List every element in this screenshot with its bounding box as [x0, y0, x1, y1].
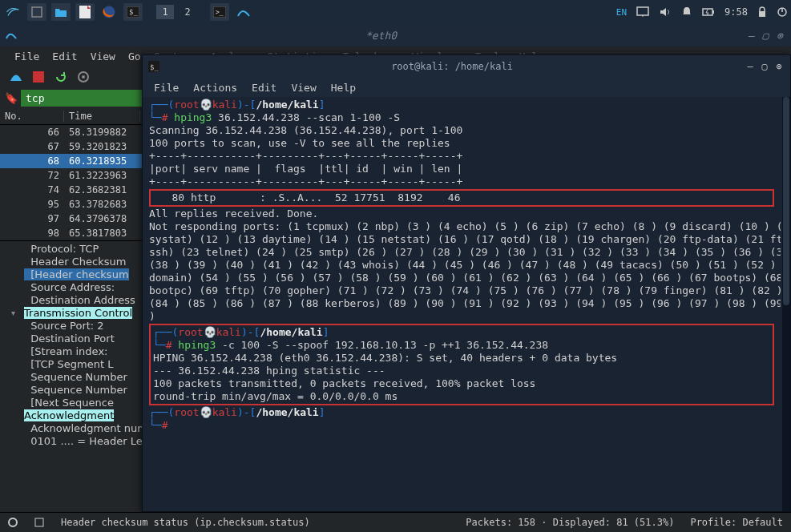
- kali-logo-icon[interactable]: [3, 3, 22, 21]
- svg-rect-10: [712, 10, 714, 14]
- text-editor-icon[interactable]: [75, 3, 95, 21]
- wireshark-titlebar[interactable]: *eth0 — ▢ ⊗: [0, 24, 791, 46]
- packets-count: Packets: 158 · Displayed: 81 (51.3%): [466, 517, 674, 528]
- shark-fin-icon[interactable]: [6, 67, 26, 87]
- keyboard-lang[interactable]: EN: [616, 7, 627, 18]
- col-no[interactable]: No.: [0, 111, 64, 122]
- menu-file[interactable]: File: [14, 50, 39, 62]
- col-time[interactable]: Time: [64, 111, 140, 122]
- terminal-window: $_ root@kali: /home/kali — ▢ ⊗ File Acti…: [142, 54, 791, 512]
- wireshark-app-icon: [5, 29, 18, 42]
- wireshark-title: *eth0: [22, 30, 740, 42]
- close-icon[interactable]: ⊗: [773, 29, 786, 42]
- file-manager-icon[interactable]: [51, 3, 71, 21]
- terminal-title: root@kali: /home/kali: [165, 61, 739, 72]
- term-menu-help[interactable]: Help: [331, 82, 356, 94]
- term-menu-file[interactable]: File: [154, 82, 179, 94]
- status-note-icon[interactable]: [34, 517, 45, 528]
- system-topbar: $_ 1 2 >_ EN 9:58: [0, 0, 791, 24]
- minimize-icon[interactable]: —: [745, 29, 757, 42]
- terminal-titlebar[interactable]: $_ root@kali: /home/kali — ▢ ⊗: [143, 55, 790, 78]
- svg-rect-0: [32, 7, 42, 17]
- capture-options-icon[interactable]: [74, 67, 93, 87]
- svg-rect-11: [759, 11, 765, 17]
- term-menu-actions[interactable]: Actions: [193, 82, 237, 94]
- term-menu-edit[interactable]: Edit: [252, 82, 276, 94]
- svg-text:>_: >_: [216, 9, 224, 16]
- terminal-scrollbar[interactable]: [782, 97, 790, 511]
- workspace-2[interactable]: 2: [179, 5, 196, 19]
- volume-icon[interactable]: [659, 6, 672, 18]
- lock-icon[interactable]: [757, 6, 767, 18]
- status-text: Header checksum status (ip.checksum.stat…: [61, 517, 310, 528]
- battery-icon[interactable]: [702, 7, 715, 17]
- svg-rect-14: [33, 71, 44, 83]
- profile-label[interactable]: Profile: Default: [690, 517, 783, 528]
- menu-view[interactable]: View: [91, 50, 115, 62]
- svg-text:$_: $_: [129, 8, 138, 16]
- display-icon[interactable]: [636, 6, 649, 18]
- notification-bell-icon[interactable]: [681, 6, 692, 18]
- stop-capture-icon[interactable]: [29, 67, 48, 87]
- menu-go[interactable]: Go: [128, 50, 141, 62]
- svg-rect-7: [637, 7, 648, 15]
- term-menu-view[interactable]: View: [291, 82, 316, 94]
- menu-edit[interactable]: Edit: [52, 50, 77, 62]
- restart-capture-icon[interactable]: [51, 67, 71, 87]
- minimize-icon[interactable]: —: [744, 60, 757, 73]
- terminal-output[interactable]: ┌──(root💀kali)-[/home/kali]└─# hping3 36…: [143, 97, 781, 511]
- terminal-menubar: File Actions Edit View Help: [143, 78, 790, 97]
- close-icon[interactable]: ⊗: [773, 60, 785, 73]
- taskbar-app-icon[interactable]: [27, 3, 46, 21]
- expert-info-icon[interactable]: [8, 518, 18, 527]
- bookmark-icon[interactable]: 🔖: [5, 92, 21, 104]
- power-icon[interactable]: [777, 6, 788, 18]
- clock[interactable]: 9:58: [724, 6, 748, 18]
- maximize-icon[interactable]: ▢: [758, 60, 771, 73]
- terminal-app-icon: $_: [147, 60, 160, 73]
- svg-text:$_: $_: [150, 63, 159, 71]
- terminal-icon[interactable]: $_: [123, 3, 143, 21]
- maximize-icon[interactable]: ▢: [759, 29, 772, 42]
- svg-point-16: [82, 75, 85, 79]
- taskbar-terminal-running-icon[interactable]: >_: [210, 3, 229, 21]
- wireshark-running-icon[interactable]: [234, 3, 253, 21]
- svg-rect-19: [35, 518, 43, 526]
- wireshark-statusbar: Header checksum status (ip.checksum.stat…: [0, 512, 791, 532]
- workspace-1[interactable]: 1: [156, 5, 174, 19]
- firefox-icon[interactable]: [99, 3, 119, 21]
